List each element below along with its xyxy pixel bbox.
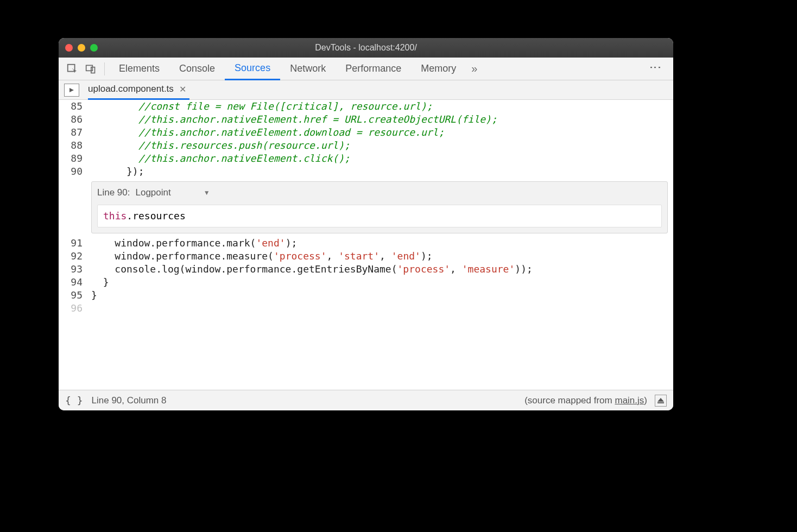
code-line[interactable]: 86 //this.anchor.nativeElement.href = UR… (59, 113, 673, 126)
line-content (88, 302, 673, 315)
code-line[interactable]: 93 console.log(window.performance.getEnt… (59, 263, 673, 276)
main-tabs: ElementsConsoleSourcesNetworkPerformance… (59, 58, 673, 80)
code-line[interactable]: 94 } (59, 276, 673, 289)
code-line[interactable]: 90 }); (59, 165, 673, 178)
logpoint-line-label: Line 90: (97, 186, 130, 199)
tabs-overflow-button[interactable]: » (466, 62, 483, 75)
line-content: }); (88, 165, 673, 178)
titlebar: DevTools - localhost:4200/ (59, 38, 673, 58)
line-number[interactable]: 88 (59, 139, 88, 152)
tab-network[interactable]: Network (280, 58, 336, 80)
line-content: console.log(window.performance.getEntrie… (88, 263, 673, 276)
line-content: } (88, 276, 673, 289)
file-tab[interactable]: upload.component.ts ✕ (88, 80, 189, 100)
line-number[interactable]: 85 (59, 100, 88, 113)
code-line[interactable]: 96 (59, 302, 673, 315)
line-number[interactable]: 95 (59, 289, 88, 302)
logpoint-panel: Line 90:Logpoint▼this.resources (91, 181, 668, 233)
close-file-tab-icon[interactable]: ✕ (179, 84, 186, 94)
code-editor[interactable]: 85 //const file = new File([critical], r… (59, 100, 673, 390)
line-content: //this.resources.push(resource.url); (88, 139, 673, 152)
logpoint-expression-input[interactable]: this.resources (97, 205, 662, 227)
breakpoint-type-label: Logpoint (136, 186, 171, 199)
divider (104, 62, 105, 75)
code-line[interactable]: 88 //this.resources.push(resource.url); (59, 139, 673, 152)
code-line[interactable]: 85 //const file = new File([critical], r… (59, 100, 673, 113)
inspect-element-icon[interactable] (65, 62, 79, 76)
code-line[interactable]: 92 window.performance.measure('process',… (59, 250, 673, 263)
code-line[interactable]: 95} (59, 289, 673, 302)
code-line[interactable]: 89 //this.anchor.nativeElement.click(); (59, 152, 673, 165)
window-title: DevTools - localhost:4200/ (59, 43, 673, 53)
line-number[interactable]: 86 (59, 113, 88, 126)
line-content: //this.anchor.nativeElement.download = r… (88, 126, 673, 139)
pretty-print-icon[interactable]: { } (65, 395, 83, 406)
more-options-button[interactable]: ⋮ (642, 61, 669, 77)
tab-console[interactable]: Console (169, 58, 225, 80)
code-line[interactable]: 87 //this.anchor.nativeElement.download … (59, 126, 673, 139)
code-line[interactable]: 91 window.performance.mark('end'); (59, 237, 673, 250)
line-number[interactable]: 93 (59, 263, 88, 276)
status-bar: { } Line 90, Column 8 (source mapped fro… (59, 390, 673, 410)
line-number[interactable]: 92 (59, 250, 88, 263)
line-content: //this.anchor.nativeElement.href = URL.c… (88, 113, 673, 126)
line-content: window.performance.measure('process', 's… (88, 250, 673, 263)
line-content: //const file = new File([critical], reso… (88, 100, 673, 113)
line-content: } (88, 289, 673, 302)
line-number[interactable]: 90 (59, 165, 88, 178)
navigator-toggle-icon[interactable] (64, 84, 79, 97)
line-number[interactable]: 87 (59, 126, 88, 139)
traffic-lights (65, 44, 98, 52)
minimize-window-button[interactable] (78, 44, 85, 52)
file-tab-label: upload.component.ts (88, 84, 174, 94)
source-map-info: (source mapped from main.js) (524, 395, 647, 406)
tab-elements[interactable]: Elements (109, 58, 169, 80)
line-number[interactable]: 96 (59, 302, 88, 315)
chevron-down-icon: ▼ (204, 186, 210, 199)
devtools-window: DevTools - localhost:4200/ ElementsConso… (59, 38, 673, 410)
line-number[interactable]: 89 (59, 152, 88, 165)
line-number[interactable]: 91 (59, 237, 88, 250)
file-tabs-row: upload.component.ts ✕ (59, 80, 673, 100)
tab-performance[interactable]: Performance (336, 58, 411, 80)
zoom-window-button[interactable] (90, 44, 98, 52)
cursor-position: Line 90, Column 8 (92, 395, 167, 406)
line-number[interactable]: 94 (59, 276, 88, 289)
line-content: //this.anchor.nativeElement.click(); (88, 152, 673, 165)
device-toggle-icon[interactable] (84, 62, 98, 76)
show-drawer-icon[interactable] (655, 395, 667, 407)
tab-sources[interactable]: Sources (225, 58, 280, 80)
close-window-button[interactable] (65, 44, 73, 52)
breakpoint-type-select[interactable]: Logpoint▼ (136, 186, 213, 199)
source-map-link[interactable]: main.js (615, 395, 644, 406)
line-content: window.performance.mark('end'); (88, 237, 673, 250)
tab-memory[interactable]: Memory (411, 58, 466, 80)
